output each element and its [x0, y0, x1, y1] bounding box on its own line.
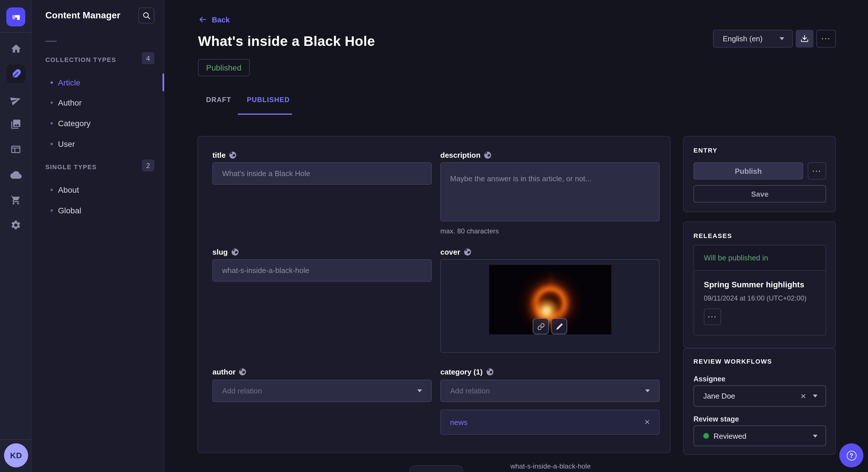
sidebar-item-article[interactable]: Article — [32, 73, 164, 92]
nav-content-type-builder[interactable] — [0, 139, 32, 159]
sidebar-item-author[interactable]: Author — [32, 93, 164, 112]
chevron-down-icon — [813, 434, 817, 437]
cover-caption: what-s-inside-a-black-hole — [441, 462, 660, 470]
more-icon: ··· — [812, 167, 822, 175]
user-avatar[interactable]: KD — [4, 443, 28, 467]
stage-status-dot-icon — [703, 433, 709, 439]
field-label-cover: cover — [440, 248, 471, 256]
edit-image-button[interactable] — [551, 318, 567, 334]
field-label-slug: slug — [212, 248, 239, 256]
bottom-widget-peek — [409, 465, 463, 472]
copy-link-button[interactable] — [533, 318, 549, 334]
gear-icon — [10, 220, 21, 230]
export-button[interactable] — [796, 30, 813, 47]
edit-form-card: title description Maybe the answer is in… — [197, 136, 671, 453]
assignee-value: Jane Doe — [703, 392, 801, 400]
search-button[interactable] — [138, 7, 154, 24]
chevron-down-icon — [645, 390, 650, 392]
globe-icon — [486, 368, 493, 376]
sidebar-item-category[interactable]: Category — [32, 113, 164, 133]
title-input[interactable] — [212, 162, 432, 185]
nav-content-manager[interactable] — [6, 64, 25, 83]
nav-marketplace[interactable] — [0, 190, 32, 209]
back-label: Back — [212, 15, 229, 24]
description-textarea[interactable]: Maybe the answer is in this article, or … — [440, 162, 660, 222]
images-icon — [10, 119, 21, 129]
back-link[interactable]: Back — [198, 15, 229, 24]
strapi-logo[interactable] — [6, 7, 25, 26]
category-placeholder: Add relation — [450, 386, 645, 395]
nav-bottom-divider — [0, 439, 32, 440]
nav-releases[interactable] — [0, 90, 32, 109]
field-label-text: title — [212, 151, 226, 160]
release-date: 09/11/2024 at 16:00 (UTC+02:00) — [704, 294, 807, 302]
author-relation-combobox[interactable]: Add relation — [212, 380, 432, 402]
category-relation-combobox[interactable]: Add relation — [440, 380, 660, 402]
tab-published[interactable]: PUBLISHED — [247, 96, 290, 104]
back-arrow-icon — [198, 15, 207, 24]
chevron-down-icon — [417, 390, 422, 392]
header-more-button[interactable]: ··· — [816, 30, 836, 47]
help-button[interactable]: ? — [839, 443, 863, 467]
description-hint: max. 80 characters — [440, 227, 499, 235]
page-title: What's inside a Black Hole — [198, 33, 375, 49]
download-icon — [800, 34, 809, 43]
cart-icon — [10, 194, 21, 205]
main-nav: KD — [0, 0, 32, 472]
relation-link-news[interactable]: news — [450, 418, 644, 427]
sidebar-item-label: Author — [58, 98, 82, 107]
globe-icon — [464, 248, 471, 256]
nav-settings[interactable] — [0, 215, 32, 235]
nav-deploy[interactable] — [0, 165, 32, 185]
tab-draft[interactable]: DRAFT — [206, 96, 231, 104]
release-title[interactable]: Spring Summer highlights — [704, 280, 804, 289]
nav-home[interactable] — [0, 39, 32, 59]
review-stage-combobox[interactable]: Reviewed — [693, 426, 826, 446]
field-label-text: slug — [212, 248, 228, 256]
status-badge: Published — [198, 59, 249, 76]
sidebar-item-label: Global — [58, 206, 81, 215]
field-label-text: description — [440, 151, 480, 160]
entry-more-button[interactable]: ··· — [808, 162, 826, 179]
active-item-indicator — [162, 73, 164, 91]
globe-icon — [239, 368, 247, 376]
release-more-button[interactable]: ··· — [704, 308, 721, 325]
review-workflows-panel: REVIEW WORKFLOWS Assignee Jane Doe × Rev… — [683, 348, 836, 455]
slug-input[interactable] — [212, 259, 432, 281]
globe-icon — [229, 151, 237, 159]
field-label-category: category (1) — [440, 368, 493, 376]
author-placeholder: Add relation — [222, 386, 417, 395]
entry-heading: ENTRY — [693, 147, 718, 154]
link-icon — [537, 323, 545, 330]
layout-icon — [10, 144, 21, 155]
field-label-text: author — [212, 368, 236, 376]
clear-assignee-icon[interactable]: × — [801, 392, 806, 401]
release-card: Will be published in Spring Summer highl… — [693, 245, 826, 336]
save-button[interactable]: Save — [693, 185, 826, 202]
bullet-icon — [51, 122, 53, 124]
section-collection-types: COLLECTION TYPES — [45, 56, 116, 63]
app-window: KD Content Manager COLLECTION TYPES 4 Ar… — [0, 0, 868, 472]
assignee-combobox[interactable]: Jane Doe × — [693, 385, 826, 407]
cloud-icon — [10, 169, 22, 181]
locale-select[interactable]: English (en) — [713, 30, 793, 47]
search-icon — [142, 11, 151, 20]
publish-label: Publish — [735, 167, 762, 175]
release-status-header: Will be published in — [694, 245, 826, 271]
nav-media-library[interactable] — [0, 114, 32, 134]
publish-button[interactable]: Publish — [693, 162, 803, 179]
sidebar-item-global[interactable]: Global — [32, 201, 164, 220]
sidebar-item-about[interactable]: About — [32, 180, 164, 199]
review-heading: REVIEW WORKFLOWS — [693, 358, 772, 365]
avatar-initials: KD — [10, 451, 22, 460]
nav-divider — [0, 32, 32, 33]
subnav-divider — [45, 41, 57, 42]
pencil-icon — [555, 323, 563, 330]
sidebar-item-user[interactable]: User — [32, 134, 164, 153]
bullet-icon — [51, 101, 53, 103]
tab-active-underline — [238, 113, 292, 115]
remove-relation-icon[interactable]: × — [644, 417, 650, 427]
category-relation-item: news × — [440, 409, 660, 435]
single-types-count: 2 — [142, 160, 154, 171]
field-label-text: cover — [440, 248, 460, 256]
